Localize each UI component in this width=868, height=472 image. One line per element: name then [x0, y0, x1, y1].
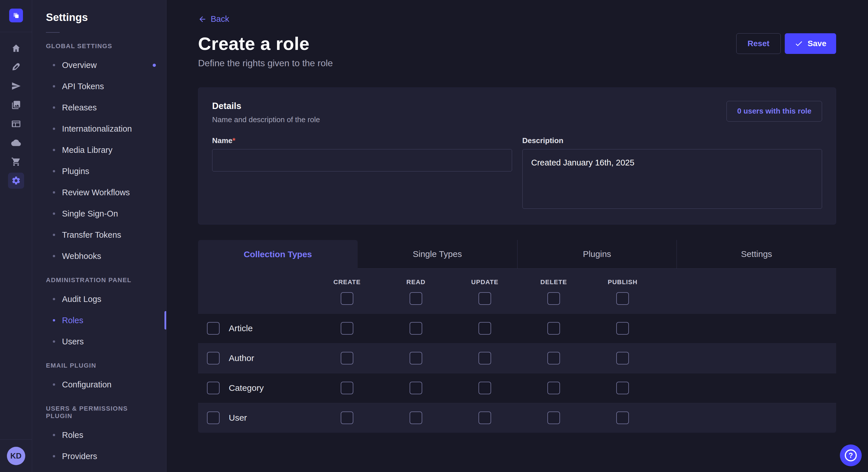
checkbox-category-update[interactable]	[478, 382, 491, 394]
checkbox-user-read[interactable]	[410, 411, 422, 424]
sidebar-item-up-providers[interactable]: Providers	[32, 446, 166, 467]
checkbox-author-create[interactable]	[341, 352, 353, 365]
sidebar-item-label: API Tokens	[62, 82, 104, 91]
checkbox-category-create[interactable]	[341, 382, 353, 394]
rail-item-deploy[interactable]	[8, 135, 24, 151]
sidebar-item-releases[interactable]: Releases	[32, 97, 166, 118]
bullet-icon	[53, 212, 55, 215]
checkbox-author-update[interactable]	[478, 352, 491, 365]
sidebar-item-admin-users[interactable]: Users	[32, 331, 166, 352]
help-button[interactable]: ?	[840, 444, 862, 466]
select-all-create-checkbox[interactable]	[341, 292, 353, 305]
checkbox-category-publish[interactable]	[616, 382, 629, 394]
users-with-role-button[interactable]: 0 users with this role	[726, 101, 822, 122]
sidebar-item-overview[interactable]: Overview	[32, 55, 166, 76]
feather-icon	[11, 62, 21, 72]
rail-item-content-manager[interactable]	[8, 59, 24, 75]
select-all-update-checkbox[interactable]	[478, 292, 491, 305]
row-head-author: Author	[198, 352, 313, 365]
save-label: Save	[808, 39, 826, 48]
shopping-cart-icon	[11, 157, 21, 167]
sidebar-item-internationalization[interactable]: Internationalization	[32, 118, 166, 139]
bullet-icon	[53, 319, 55, 322]
paper-plane-icon	[11, 81, 21, 91]
rail-nav	[8, 40, 24, 189]
sidebar-item-up-roles[interactable]: Roles	[32, 425, 166, 446]
sidebar-item-admin-roles[interactable]: Roles	[32, 310, 166, 331]
tab-single-types[interactable]: Single Types	[358, 240, 517, 269]
table-row-article: Article	[198, 313, 836, 343]
column-label-read: READ	[406, 278, 425, 286]
select-all-read-checkbox[interactable]	[410, 292, 422, 305]
checkbox-article-publish[interactable]	[616, 322, 629, 335]
checkbox-user-create[interactable]	[341, 411, 353, 424]
save-button[interactable]: Save	[785, 33, 836, 54]
column-label-publish: PUBLISH	[608, 278, 638, 286]
column-label-update: UPDATE	[471, 278, 499, 286]
checkbox-category-read[interactable]	[410, 382, 422, 394]
checkbox-author-publish[interactable]	[616, 352, 629, 365]
sidebar-item-media-library[interactable]: Media Library	[32, 139, 166, 161]
bullet-icon	[53, 85, 55, 88]
select-all-delete-checkbox[interactable]	[547, 292, 560, 305]
checkbox-author-read[interactable]	[410, 352, 422, 365]
section-label-email-plugin: EMAIL PLUGIN	[46, 362, 152, 369]
checkbox-user-update[interactable]	[478, 411, 491, 424]
row-checkbox-user[interactable]	[207, 411, 220, 424]
row-head-category: Category	[198, 382, 313, 394]
bullet-icon	[53, 128, 55, 130]
sidebar-item-transfer-tokens[interactable]: Transfer Tokens	[32, 224, 166, 245]
back-link[interactable]: Back	[198, 14, 229, 24]
rail-item-marketplace[interactable]	[8, 154, 24, 170]
bullet-icon	[53, 434, 55, 436]
checkbox-user-publish[interactable]	[616, 411, 629, 424]
row-label-category: Category	[229, 383, 264, 393]
sidebar-item-label: Single Sign-On	[62, 209, 118, 218]
details-subtitle: Name and description of the role	[212, 115, 320, 124]
sidebar-item-audit-logs[interactable]: Audit Logs	[32, 289, 166, 310]
avatar[interactable]: KD	[7, 447, 25, 465]
row-checkbox-author[interactable]	[207, 352, 220, 365]
sidebar-item-plugins[interactable]: Plugins	[32, 161, 166, 182]
page-subtitle: Define the rights given to the role	[198, 58, 836, 69]
rail-item-content-type-builder[interactable]	[8, 116, 24, 132]
column-label-create: CREATE	[334, 278, 361, 286]
checkbox-user-delete[interactable]	[547, 411, 560, 424]
sidebar-item-single-sign-on[interactable]: Single Sign-On	[32, 203, 166, 224]
main-content: Back Create a role Reset Save Define the…	[166, 0, 868, 472]
checkbox-article-create[interactable]	[341, 322, 353, 335]
checkbox-article-delete[interactable]	[547, 322, 560, 335]
rail-item-settings[interactable]	[8, 173, 24, 189]
sidebar-item-label: Overview	[62, 61, 97, 70]
rail-bottom-divider	[0, 439, 32, 440]
column-delete: DELETE	[519, 278, 588, 305]
column-publish: PUBLISH	[588, 278, 657, 305]
settings-sidebar: Settings GLOBAL SETTINGS Overview API To…	[32, 0, 166, 472]
bullet-icon	[53, 255, 55, 257]
row-checkbox-article[interactable]	[207, 322, 220, 335]
back-label: Back	[211, 14, 229, 24]
sidebar-item-label: Roles	[62, 430, 83, 440]
description-textarea[interactable]: Created January 16th, 2025	[522, 149, 823, 209]
rail-item-home[interactable]	[8, 40, 24, 56]
strapi-logo[interactable]	[9, 9, 23, 22]
description-label: Description	[522, 136, 563, 145]
rail-item-media-library[interactable]	[8, 97, 24, 113]
section-label-global-settings: GLOBAL SETTINGS	[46, 42, 152, 50]
row-checkbox-category[interactable]	[207, 382, 220, 394]
checkbox-article-update[interactable]	[478, 322, 491, 335]
checkbox-article-read[interactable]	[410, 322, 422, 335]
reset-button[interactable]: Reset	[736, 33, 780, 54]
sidebar-item-review-workflows[interactable]: Review Workflows	[32, 182, 166, 203]
sidebar-item-email-configuration[interactable]: Configuration	[32, 374, 166, 395]
name-input[interactable]	[212, 149, 512, 171]
sidebar-item-api-tokens[interactable]: API Tokens	[32, 76, 166, 97]
tab-settings[interactable]: Settings	[677, 240, 836, 269]
checkbox-category-delete[interactable]	[547, 382, 560, 394]
sidebar-item-webhooks[interactable]: Webhooks	[32, 245, 166, 267]
checkbox-author-delete[interactable]	[547, 352, 560, 365]
rail-item-releases[interactable]	[8, 78, 24, 94]
tab-plugins[interactable]: Plugins	[517, 240, 677, 269]
select-all-publish-checkbox[interactable]	[616, 292, 629, 305]
tab-collection-types[interactable]: Collection Types	[198, 240, 358, 269]
